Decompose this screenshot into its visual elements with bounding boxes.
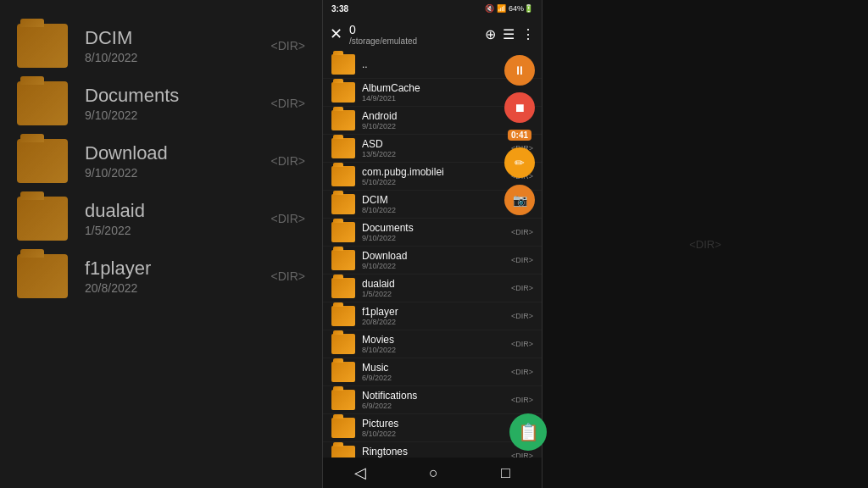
folder-icon (331, 306, 355, 326)
more-options-button[interactable]: ⋮ (521, 26, 535, 42)
file-name: com.pubg.imobilei (362, 166, 508, 178)
mute-icon: 🔇 (485, 4, 494, 13)
folder-icon (331, 446, 355, 458)
bg-folder-name-dualaid: dualaid (85, 200, 145, 222)
bg-folder-f1player: f1player 20/8/2022 <DIR> (0, 247, 322, 305)
dir-tag: <DIR> (511, 340, 533, 348)
fab-cluster: ⏸ ⏹ 0:41 ✏ 📷 (504, 55, 535, 215)
folder-icon (331, 110, 355, 130)
list-item[interactable]: Music 6/9/2022 <DIR> (323, 358, 542, 386)
bg-dir-tag-f1player: <DIR> (271, 269, 305, 283)
dir-tag: <DIR> (511, 228, 533, 236)
bg-folder-download: Download 9/10/2022 <DIR> (0, 132, 322, 190)
bg-folder-dcim: DCIM 8/10/2022 <DIR> (0, 17, 322, 75)
dir-tag: <DIR> (511, 396, 533, 404)
battery-label: 64%🔋 (509, 4, 533, 13)
file-date: 6/9/2022 (362, 402, 508, 410)
list-item-ringtones[interactable]: Ringtones 6/9/2022 <DIR> (323, 442, 542, 458)
status-bar: 3:38 🔇 📶 64%🔋 (323, 0, 542, 17)
bg-folder-icon-dualaid (17, 197, 68, 241)
file-date: 13/5/2022 (362, 150, 508, 158)
file-name: Pictures (362, 418, 508, 430)
file-date: 9/10/2022 (362, 234, 508, 242)
timer-label: 0:41 (508, 130, 531, 141)
bg-folder-date-f1player: 20/8/2022 (85, 281, 151, 295)
back-button[interactable]: ◁ (354, 463, 366, 482)
dir-tag: <DIR> (511, 368, 533, 376)
dir-tag: <DIR> (511, 452, 533, 458)
bg-folder-date-dcim: 8/10/2022 (85, 51, 137, 64)
list-item[interactable]: Download 9/10/2022 <DIR> (323, 247, 542, 274)
folder-icon (331, 334, 355, 354)
bg-dir-tag-download: <DIR> (271, 154, 305, 168)
file-name: Documents (362, 222, 508, 234)
file-date: 8/10/2022 (362, 206, 508, 214)
dir-tag: <DIR> (511, 256, 533, 264)
bg-folder-name-documents: Documents (85, 85, 179, 107)
bg-dir-tag-dualaid: <DIR> (271, 212, 305, 225)
file-name: DCIM (362, 194, 508, 206)
add-button[interactable]: ⊕ (485, 26, 496, 42)
right-dir-tag: <DIR> (689, 238, 721, 251)
list-item[interactable]: Documents 9/10/2022 <DIR> (323, 219, 542, 247)
home-button[interactable]: ○ (429, 464, 438, 482)
file-name: f1player (362, 306, 508, 318)
dir-tag: <DIR> (511, 284, 533, 292)
folder-icon (331, 54, 355, 75)
file-name: ASD (362, 138, 508, 150)
wifi-icon: 📶 (497, 4, 506, 13)
file-date: 6/9/2022 (362, 374, 508, 382)
bg-dir-tag-documents: <DIR> (271, 97, 305, 110)
recents-button[interactable]: □ (501, 464, 510, 482)
bg-folder-icon-f1player (17, 254, 68, 298)
file-name: Notifications (362, 390, 508, 402)
bg-folder-name-dcim: DCIM (85, 27, 137, 49)
selection-count: 0 (349, 23, 485, 36)
pause-fab[interactable]: ⏸ (504, 55, 535, 86)
bg-folder-name-f1player: f1player (85, 258, 151, 280)
folder-icon (331, 250, 355, 270)
close-button[interactable]: ✕ (330, 25, 342, 43)
bg-folder-name-download: Download (85, 142, 168, 164)
folder-icon (331, 166, 355, 186)
file-name: Download (362, 250, 508, 262)
bg-dir-tag-dcim: <DIR> (271, 39, 305, 53)
file-date: 9/10/2022 (362, 262, 508, 270)
file-date: 8/10/2022 (362, 430, 508, 438)
list-item[interactable]: f1player 20/8/2022 <DIR> (323, 302, 542, 330)
camera-fab[interactable]: 📷 (504, 185, 535, 215)
edit-fab[interactable]: ✏ (504, 147, 535, 178)
bg-folder-icon-download (17, 139, 68, 183)
bg-folder-date-dualaid: 1/5/2022 (85, 224, 145, 237)
status-time: 3:38 (331, 4, 348, 14)
folder-icon (331, 222, 355, 242)
list-item[interactable]: Notifications 6/9/2022 <DIR> (323, 386, 542, 414)
app-toolbar: ✕ 0 /storage/emulated ⊕ ☰ ⋮ (323, 17, 542, 51)
list-item[interactable]: Movies 8/10/2022 <DIR> (323, 330, 542, 358)
file-date: 20/8/2022 (362, 318, 508, 326)
folder-icon (331, 390, 355, 410)
folder-icon (331, 138, 355, 158)
status-icons: 🔇 📶 64%🔋 (485, 4, 533, 13)
bg-folder-dualaid: dualaid 1/5/2022 <DIR> (0, 190, 322, 247)
clipboard-icon: 📋 (518, 422, 539, 442)
stop-fab[interactable]: ⏹ (504, 92, 535, 123)
file-date: 5/10/2022 (362, 178, 508, 186)
bg-folder-icon-documents (17, 81, 68, 125)
folder-icon (331, 82, 355, 103)
nav-bar: ◁ ○ □ (323, 458, 542, 488)
right-panel: <DIR> (542, 0, 868, 488)
folder-icon (331, 362, 355, 382)
file-name-ringtones: Ringtones (362, 446, 508, 458)
file-name: Movies (362, 334, 508, 346)
folder-icon (331, 194, 355, 214)
toolbar-actions: ⊕ ☰ ⋮ (485, 26, 535, 42)
dir-tag: <DIR> (511, 312, 533, 320)
green-fab[interactable]: 📋 (509, 413, 547, 451)
file-name: Music (362, 362, 508, 374)
list-view-button[interactable]: ☰ (503, 26, 515, 42)
current-path: /storage/emulated (349, 36, 485, 46)
list-item[interactable]: dualaid 1/5/2022 <DIR> (323, 274, 542, 302)
bg-folder-documents: Documents 9/10/2022 <DIR> (0, 75, 322, 132)
folder-icon (331, 418, 355, 438)
